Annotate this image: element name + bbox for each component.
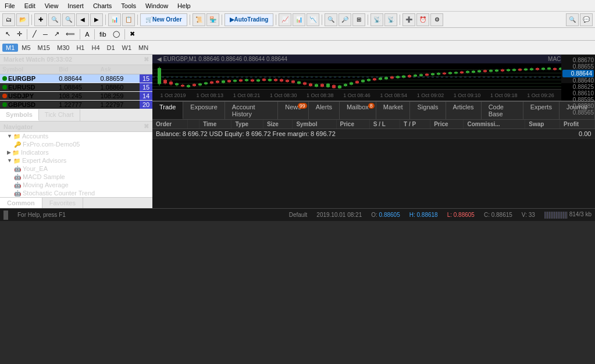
nav-stoch-label: Stochastic Counter Trend	[23, 190, 95, 197]
nav-your-ea[interactable]: 🤖 Your_EA	[0, 165, 152, 173]
svg-rect-145	[553, 68, 557, 70]
term-tab-trade[interactable]: Trade	[152, 102, 183, 119]
settings-button[interactable]: ⚙	[430, 13, 443, 26]
crosshair2-button[interactable]: ✛	[14, 29, 25, 40]
menu-insert[interactable]: Insert	[63, 2, 88, 9]
pointer-button[interactable]: ↖	[2, 29, 13, 40]
menu-edit[interactable]: Edit	[20, 2, 40, 9]
term-tab-market[interactable]: Market	[376, 102, 411, 119]
status-bar: For Help, press F1 Default 2019.10.01 08…	[0, 208, 595, 221]
term-tab-alerts[interactable]: Alerts	[309, 102, 340, 119]
menu-help[interactable]: Help	[173, 2, 195, 9]
line-button[interactable]: ╱	[29, 29, 40, 40]
nav-close-icon[interactable]: ✖	[144, 123, 149, 130]
zoom-out-button[interactable]: 🔍	[62, 13, 75, 26]
tf-m5[interactable]: M5	[18, 44, 34, 52]
chart-panel[interactable]: ◀ EURGBP,M1 0.88646 0.88646 0.88644 0.88…	[152, 55, 595, 101]
line-chart-button[interactable]: 📉	[307, 13, 319, 26]
ellipse-button[interactable]: ◯	[110, 29, 123, 40]
nav-stochastic[interactable]: 🤖 Stochastic Counter Trend	[0, 189, 152, 197]
zoom2-button[interactable]: 🔎	[339, 13, 351, 26]
tf-mn[interactable]: MN	[135, 44, 152, 52]
indicators-button[interactable]: 📊	[108, 13, 121, 26]
zoom-button[interactable]: 🔍	[325, 13, 337, 26]
hline-button[interactable]: ─	[40, 29, 51, 40]
grid-button[interactable]: ⊞	[352, 13, 365, 26]
open-label: O: 0.88605	[371, 212, 400, 218]
add-account-button[interactable]: ➕	[402, 13, 415, 26]
tf-h4[interactable]: H4	[88, 44, 103, 52]
term-tab-articles[interactable]: Articles	[446, 102, 482, 119]
nav-indicators[interactable]: ▶ 📁 Indicators	[0, 148, 152, 156]
autotrading-button[interactable]: ▶ AutoTrading	[225, 13, 274, 26]
col-commission: Commissi...	[464, 120, 525, 129]
nav-tab-common[interactable]: Common	[0, 198, 42, 208]
term-tab-signals[interactable]: Signals	[410, 102, 446, 119]
term-tab-journal[interactable]: Journal	[560, 102, 595, 119]
balance-text: Balance: 8 696.72 USD Equity: 8 696.72 F…	[156, 130, 336, 137]
open-button[interactable]: 📂	[16, 13, 29, 26]
mw-row-eurusd[interactable]: EURUSD 1.08845 1.08860 15	[0, 83, 152, 92]
mw-row-gbpusd[interactable]: GBPUSD 1.22777 1.22797 20	[0, 101, 152, 109]
menu-charts[interactable]: Charts	[88, 2, 116, 9]
time-0902: 1 Oct 09:02	[412, 92, 448, 98]
zoom-in-button[interactable]: 🔍	[48, 13, 61, 26]
close-label: C: 0.88615	[484, 212, 512, 218]
menu-tools[interactable]: Tools	[116, 2, 141, 9]
term-tab-codebase[interactable]: Code Base	[482, 102, 523, 119]
menu-view[interactable]: View	[40, 2, 63, 9]
term-tab-exposure[interactable]: Exposure	[183, 102, 225, 119]
delete-button[interactable]: ✖	[127, 29, 138, 40]
trendline-button[interactable]: ↗	[51, 29, 62, 40]
nav-macd-sample[interactable]: 🤖 MACD Sample	[0, 173, 152, 181]
scroll-right-button[interactable]: ▶	[90, 13, 103, 26]
mw-bid-eurgbp: 0.88644	[56, 74, 98, 83]
memory-label: 814/3 kb	[544, 211, 592, 218]
nav-accounts[interactable]: ▼ 📁 Accounts	[0, 132, 152, 140]
tf-m15[interactable]: M15	[34, 44, 54, 52]
svg-rect-141	[541, 68, 545, 70]
mw-row-usdjpy[interactable]: USDJPY 108.245 108.259 14	[0, 92, 152, 101]
chat-button[interactable]: 💬	[580, 13, 593, 26]
tf-m30[interactable]: M30	[54, 44, 73, 52]
new-chart-button[interactable]: 🗂	[2, 13, 15, 26]
bar-chart-button[interactable]: 📊	[293, 13, 305, 26]
crosshair-button[interactable]: ✚	[34, 13, 47, 26]
nav-ma-label: Moving Average	[23, 181, 69, 188]
term-tab-experts[interactable]: Experts	[523, 102, 560, 119]
nav-expert-advisors[interactable]: ▼ 📁 Expert Advisors	[0, 156, 152, 165]
mw-tab-tick[interactable]: Tick Chart	[39, 109, 80, 121]
nav-demo-account[interactable]: 🔑 FxPro.com-Demo05	[0, 140, 152, 148]
search-button[interactable]: 🔍	[566, 13, 579, 26]
chart-canvas-area[interactable]	[152, 66, 561, 89]
templates-button[interactable]: 📋	[122, 13, 135, 26]
scroll-left-button[interactable]: ◀	[76, 13, 89, 26]
market-button[interactable]: 🏪	[206, 13, 219, 26]
fib-button[interactable]: fib	[97, 29, 109, 40]
terminal-resize-handle[interactable]	[3, 210, 8, 220]
mw-row-eurgbp[interactable]: EURGBP 0.88644 0.88659 15	[0, 74, 152, 83]
text-button[interactable]: A	[82, 29, 92, 40]
svg-rect-83	[373, 78, 376, 81]
term-tab-news[interactable]: News99	[278, 102, 309, 119]
nav-tab-favorites[interactable]: Favorites	[42, 198, 83, 208]
term-tab-mailbox[interactable]: Mailbox8	[340, 102, 376, 119]
tf-m1[interactable]: M1	[2, 44, 18, 52]
menu-window[interactable]: Window	[141, 2, 173, 9]
channel-button[interactable]: ⟸	[63, 29, 78, 40]
term-tab-account-history[interactable]: Account History	[225, 102, 279, 119]
clock-button[interactable]: ⏰	[416, 13, 429, 26]
mw-dot-eurgbp	[2, 76, 7, 81]
nav-moving-average[interactable]: 🤖 Moving Average	[0, 181, 152, 189]
tf-d1[interactable]: D1	[104, 44, 119, 52]
tf-h1[interactable]: H1	[73, 44, 88, 52]
signal1-button[interactable]: 📡	[370, 13, 383, 26]
signal2-button[interactable]: 📡	[384, 13, 397, 26]
mw-close-icon[interactable]: ✖	[144, 56, 149, 63]
history-button[interactable]: 📜	[193, 13, 205, 26]
mw-tab-symbols[interactable]: Symbols	[0, 109, 39, 121]
menu-file[interactable]: File	[0, 2, 20, 9]
new-order-button[interactable]: 🛒 New Order	[140, 13, 187, 26]
chart-type-button[interactable]: 📈	[279, 13, 291, 26]
tf-w1[interactable]: W1	[119, 44, 136, 52]
